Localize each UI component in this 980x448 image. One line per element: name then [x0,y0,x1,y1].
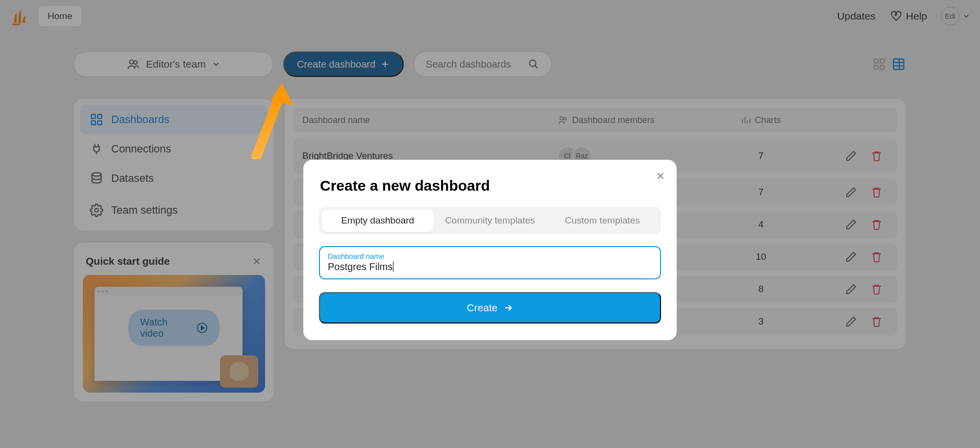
dashboard-name-field[interactable]: Dashboard name Postgres Films [319,246,661,279]
tab-custom[interactable]: Custom templates [546,209,659,232]
close-icon[interactable] [655,171,666,181]
create-dashboard-modal: Create a new dashboard Empty dashboard C… [303,160,677,340]
create-submit-button[interactable]: Create [319,292,661,324]
arrow-right-icon [503,302,514,313]
modal-title: Create a new dashboard [319,177,661,194]
tab-community[interactable]: Community templates [434,209,546,232]
input-label: Dashboard name [328,252,652,260]
tab-empty[interactable]: Empty dashboard [321,209,434,232]
input-value[interactable]: Postgres Films [328,260,392,273]
template-tabs: Empty dashboard Community templates Cust… [319,207,661,234]
text-caret [393,261,393,272]
submit-label: Create [466,302,497,314]
